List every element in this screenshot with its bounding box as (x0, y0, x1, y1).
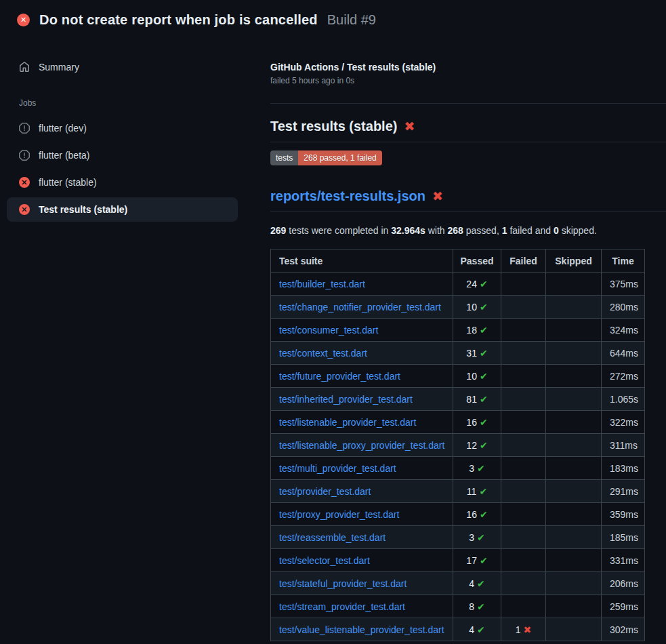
test-results-table: Test suitePassedFailedSkippedTime test/b… (270, 249, 645, 641)
passed-count: 10 (466, 371, 477, 382)
cancelled-icon (19, 123, 30, 134)
table-row: test/stream_provider_test.dart8✔259ms (271, 595, 645, 618)
test-suite-link[interactable]: test/reassemble_test.dart (279, 532, 386, 543)
summary-segment: 0 (554, 225, 559, 236)
jobs-section-label: Jobs (7, 82, 270, 116)
table-row: test/change_notifier_provider_test.dart1… (271, 296, 645, 319)
passed-count: 8 (469, 601, 474, 612)
test-suite-link[interactable]: test/value_listenable_provider_test.dart (279, 624, 444, 635)
time-value: 1.065s (602, 388, 645, 411)
table-row: test/builder_test.dart24✔375ms (271, 273, 645, 296)
time-value: 280ms (602, 296, 645, 319)
check-icon: ✔ (480, 440, 488, 451)
badge-label: tests (270, 150, 298, 165)
passed-count: 31 (466, 348, 477, 359)
check-icon: ✔ (477, 624, 485, 635)
home-icon (19, 62, 30, 73)
test-suite-link[interactable]: test/multi_provider_test.dart (279, 463, 396, 474)
table-body: test/builder_test.dart24✔375mstest/chang… (271, 273, 645, 641)
sidebar-item-flutter-dev[interactable]: flutter (dev) (7, 116, 238, 140)
table-row: test/stateful_provider_test.dart4✔206ms (271, 572, 645, 595)
test-suite-link[interactable]: test/change_notifier_provider_test.dart (279, 302, 441, 313)
section-title: Test results (stable) (270, 119, 397, 134)
page-title: Do not create report when job is cancell… (39, 12, 318, 28)
test-suite-link[interactable]: test/listenable_provider_test.dart (279, 417, 416, 428)
time-value: 259ms (602, 595, 645, 618)
report-file-link[interactable]: reports/test-results.json (270, 188, 425, 204)
build-header: ✕ Do not create report when job is cance… (0, 0, 666, 37)
time-value: 183ms (602, 457, 645, 480)
test-suite-link[interactable]: test/stateful_provider_test.dart (279, 578, 407, 589)
time-value: 324ms (602, 319, 645, 342)
test-suite-link[interactable]: test/proxy_provider_test.dart (279, 509, 399, 520)
time-value: 185ms (602, 526, 645, 549)
sidebar-item-test-results-stable[interactable]: Test results (stable) (7, 197, 238, 222)
time-value: 322ms (602, 411, 645, 434)
table-row: test/listenable_proxy_provider_test.dart… (271, 434, 645, 457)
check-icon: ✔ (480, 555, 488, 566)
passed-count: 17 (466, 555, 477, 566)
test-suite-link[interactable]: test/inherited_provider_test.dart (279, 394, 413, 405)
passed-count: 11 (467, 486, 477, 497)
table-header-row: Test suitePassedFailedSkippedTime (271, 249, 645, 273)
cross-icon: ✖ (524, 624, 532, 635)
summary-segment: failed and (507, 225, 554, 236)
sidebar-item-flutter-beta[interactable]: flutter (beta) (7, 143, 238, 167)
passed-count: 10 (466, 302, 477, 313)
summary-segment: 269 (270, 225, 286, 236)
x-circle-icon (19, 204, 30, 215)
summary-segment: tests were completed in (286, 225, 391, 236)
check-icon: ✔ (480, 325, 488, 336)
time-value: 272ms (602, 365, 645, 388)
passed-count: 3 (469, 532, 474, 543)
test-suite-link[interactable]: test/consumer_test.dart (279, 325, 378, 336)
check-icon: ✔ (480, 394, 488, 405)
check-icon: ✔ (480, 302, 488, 313)
cancelled-icon (19, 150, 30, 161)
summary-segment: 1 (502, 225, 507, 236)
check-icon: ✔ (477, 601, 485, 612)
sidebar-item-label: flutter (dev) (39, 123, 87, 134)
table-row: test/selector_test.dart17✔331ms (271, 549, 645, 572)
passed-count: 81 (466, 394, 477, 405)
table-row: test/future_provider_test.dart10✔272ms (271, 365, 645, 388)
test-suite-link[interactable]: test/listenable_proxy_provider_test.dart (279, 440, 444, 451)
section-heading: Test results (stable) ✖ (270, 119, 666, 142)
table-row: test/value_listenable_provider_test.dart… (271, 618, 645, 641)
table-row: test/multi_provider_test.dart3✔183ms (271, 457, 645, 480)
sidebar-item-label: Test results (stable) (39, 204, 127, 215)
check-icon: ✔ (479, 486, 487, 497)
test-suite-link[interactable]: test/future_provider_test.dart (279, 371, 400, 382)
time-value: 359ms (602, 503, 645, 526)
table-row: test/provider_test.dart11✔291ms (271, 480, 645, 503)
column-header: Test suite (271, 249, 453, 273)
time-value: 311ms (602, 434, 645, 457)
check-icon: ✔ (477, 463, 485, 474)
test-suite-link[interactable]: test/provider_test.dart (279, 486, 371, 497)
badge-value: 268 passed, 1 failed (298, 150, 381, 165)
table-row: test/consumer_test.dart18✔324ms (271, 319, 645, 342)
time-value: 331ms (602, 549, 645, 572)
time-value: 302ms (602, 618, 645, 641)
tests-badge: tests 268 passed, 1 failed (270, 150, 382, 165)
test-suite-link[interactable]: test/builder_test.dart (279, 279, 365, 289)
breadcrumb: GitHub Actions / Test results (stable) (270, 62, 666, 73)
time-value: 644ms (602, 342, 645, 365)
jobs-list: flutter (dev)flutter (beta)flutter (stab… (7, 116, 270, 222)
time-value: 206ms (602, 572, 645, 595)
x-circle-icon (19, 177, 30, 188)
passed-count: 18 (466, 325, 477, 336)
test-suite-link[interactable]: test/selector_test.dart (279, 555, 370, 566)
failed-x-icon: ✖ (432, 190, 443, 203)
column-header: Time (602, 249, 645, 273)
passed-count: 24 (466, 279, 477, 289)
check-icon: ✔ (477, 532, 485, 543)
sidebar-item-flutter-stable[interactable]: flutter (stable) (7, 170, 238, 195)
sidebar: Summary Jobs flutter (dev)flutter (beta)… (0, 37, 270, 224)
check-icon: ✔ (480, 371, 488, 382)
sidebar-item-summary[interactable]: Summary (7, 55, 238, 79)
divider (270, 103, 666, 104)
check-icon: ✔ (480, 279, 488, 289)
test-suite-link[interactable]: test/context_test.dart (279, 348, 367, 359)
test-suite-link[interactable]: test/stream_provider_test.dart (279, 601, 405, 612)
